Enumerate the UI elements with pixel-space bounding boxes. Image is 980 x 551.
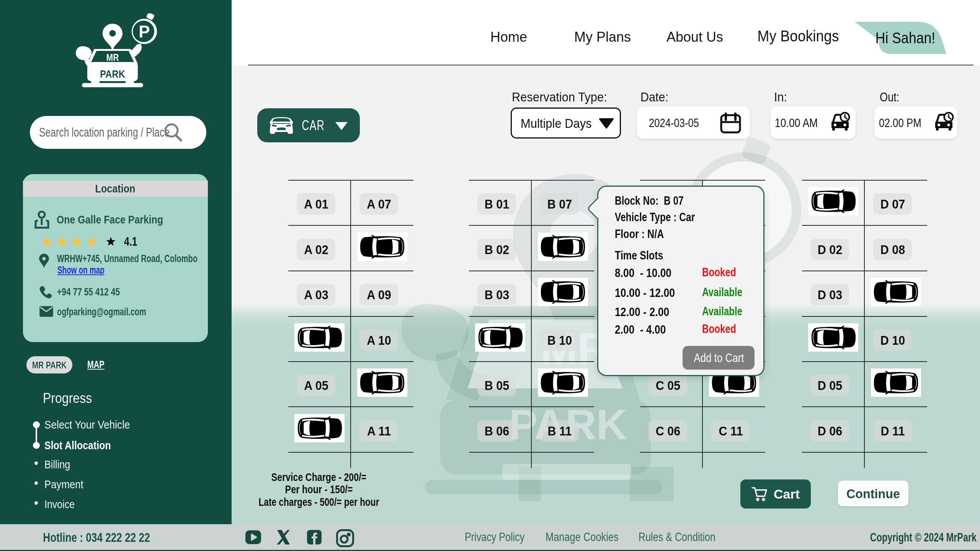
svg-text:MR PARK: MR PARK (32, 359, 67, 370)
svg-text:P: P (139, 22, 150, 41)
svg-text:PARK: PARK (100, 68, 125, 80)
svg-text:MR: MR (106, 52, 119, 63)
